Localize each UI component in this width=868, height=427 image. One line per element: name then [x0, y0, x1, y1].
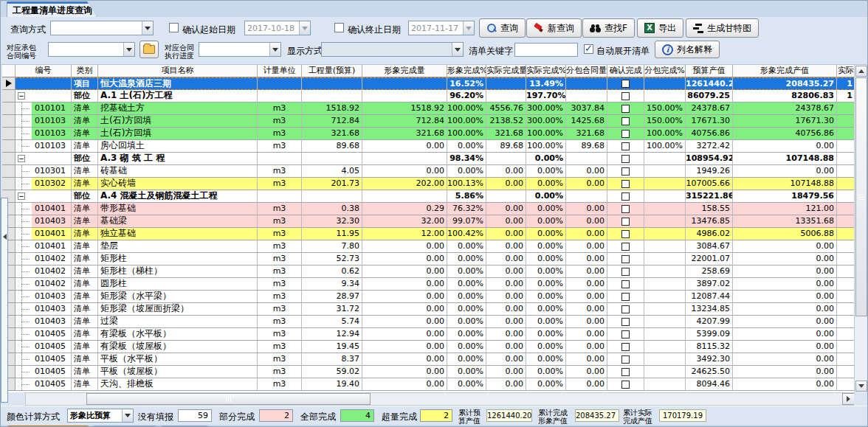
table-row-010401[interactable]: 010401清单独立基础m311.9512.00100.42%0.000.00%… — [2, 228, 855, 240]
scroll-up-button[interactable] — [855, 66, 867, 77]
chevron-down-icon[interactable] — [142, 21, 153, 35]
confirm-checkbox[interactable] — [621, 305, 630, 313]
chevron-down-icon[interactable] — [463, 21, 474, 35]
find-button[interactable]: 查找F — [582, 18, 635, 38]
horizontal-scroll-thumb[interactable] — [86, 393, 371, 405]
chevron-down-icon[interactable] — [452, 43, 463, 56]
tree-collapse-icon[interactable]: − — [18, 192, 25, 200]
column-header-4[interactable]: 计量单位 — [258, 65, 302, 77]
confirm-checkbox[interactable] — [621, 330, 630, 339]
confirm-checkbox[interactable] — [621, 243, 630, 251]
table-row-010402[interactable]: 010402清单圆形柱m39.340.000.00%0.000.00%0.003… — [2, 278, 855, 291]
search-button[interactable]: 查询 — [479, 18, 526, 38]
column-header-13[interactable]: 预算产值 — [686, 65, 733, 77]
table-row-010402[interactable]: 010402清单矩形柱m352.730.000.00%0.000.00%0.00… — [2, 253, 855, 265]
table-row-010405[interactable]: 010405清单平板（水平板）m38.370.000.00%0.000.00%0… — [2, 353, 855, 366]
column-header-14[interactable]: 形象完成产值 — [733, 65, 837, 77]
confirm-start-date[interactable]: 2017-10-18 — [244, 21, 311, 35]
confirm-end-date[interactable]: 2017-11-17 — [408, 21, 475, 35]
tree-collapse-icon[interactable]: − — [18, 92, 25, 100]
table-row-010402[interactable]: 010402清单矩形柱（梯柱）m30.620.000.00%0.000.00%0… — [2, 265, 855, 278]
confirm-checkbox[interactable] — [621, 155, 630, 163]
confirm-checkbox[interactable] — [621, 255, 630, 263]
confirm-checkbox[interactable] — [621, 280, 630, 288]
table-row-section[interactable]: −部位A.4 混凝土及钢筋混凝土工程5.86%0.00%315221.86184… — [2, 190, 855, 203]
display-mode-combobox[interactable] — [321, 42, 464, 57]
confirm-checkbox[interactable] — [621, 180, 630, 188]
tab-boq-progress-query[interactable]: 工程量清单进度查询 — [7, 1, 97, 17]
confirm-checkbox[interactable] — [621, 230, 630, 238]
column-header-10[interactable]: 分包合同量 — [566, 65, 607, 77]
column-header-1[interactable]: 编号 — [16, 65, 72, 77]
contract-progress-combobox[interactable] — [199, 42, 281, 57]
tree-collapse-icon[interactable]: − — [18, 155, 25, 162]
chevron-down-icon[interactable] — [269, 43, 280, 56]
column-header-5[interactable]: 工程量(预算) — [302, 65, 362, 77]
table-row-010103[interactable]: 010103清单土(石)方回填m3321.68321.68100.00%321.… — [2, 128, 855, 140]
table-row-010301[interactable]: 010301清单砖基础m34.050.000.00%0.000.00%0.001… — [2, 165, 855, 178]
confirm-checkbox[interactable] — [621, 192, 630, 201]
table-row-010302[interactable]: 010302清单实心砖墙m3201.73202.00100.13%0.000.0… — [2, 178, 855, 190]
table-row-010405[interactable]: 010405清单平板（坡屋板）m359.020.000.00%0.000.00%… — [2, 366, 855, 378]
confirm-checkbox[interactable] — [621, 368, 630, 376]
table-row-010405[interactable]: 010405清单天沟、排檐板m319.400.000.00%0.000.00%0… — [2, 378, 855, 391]
table-row-010401[interactable]: 010401清单带形基础m30.380.2976.32%0.000.00%0.0… — [2, 203, 855, 215]
confirm-checkbox[interactable] — [621, 355, 630, 364]
scroll-down-button[interactable] — [855, 381, 867, 392]
column-header-12[interactable]: 分包完成% — [644, 65, 686, 77]
chevron-down-icon[interactable] — [123, 43, 134, 56]
confirm-checkbox[interactable] — [621, 268, 630, 276]
confirm-checkbox[interactable] — [621, 381, 630, 389]
table-row-010401[interactable]: 010401清单垫层m37.800.000.00%0.000.00%0.0030… — [2, 240, 855, 253]
chevron-down-icon[interactable] — [299, 21, 310, 35]
confirm-checkbox[interactable] — [621, 142, 630, 150]
confirm-checkbox[interactable] — [621, 293, 630, 301]
column-header-2[interactable]: 类别 — [72, 65, 98, 77]
table-row-section[interactable]: −部位A.3 砌 筑 工 程98.34%0.00%108954.92107148… — [2, 153, 855, 165]
vertical-scroll-thumb[interactable] — [855, 77, 867, 316]
confirm-checkbox[interactable] — [621, 130, 630, 138]
table-row-010403[interactable]: 010403清单过梁m35.740.000.00%0.000.00%0.0042… — [2, 316, 855, 328]
export-button[interactable]: X 导出 — [637, 18, 683, 38]
generate-gantt-button[interactable]: 生成甘特图 — [686, 18, 759, 38]
left-panel-splitter[interactable] — [1, 198, 8, 403]
confirm-checkbox[interactable] — [621, 205, 630, 213]
confirm-checkbox[interactable] — [621, 218, 630, 226]
table-row-010403[interactable]: 010403清单矩形梁（水平梁）m328.970.000.00%0.000.00… — [2, 291, 855, 303]
horizontal-scroll-track[interactable] — [25, 392, 855, 406]
column-header-6[interactable]: 形象完成量 — [362, 65, 447, 77]
column-header-11[interactable]: 确认完成 — [607, 65, 644, 77]
color-mode-combobox[interactable]: 形象比预算 — [67, 409, 134, 423]
contract-no-combobox[interactable] — [48, 42, 135, 57]
column-help-button[interactable]: i 列名解释 — [655, 41, 720, 58]
confirm-checkbox[interactable] — [621, 318, 630, 326]
auto-expand-checkbox[interactable] — [584, 44, 593, 54]
table-row-010101[interactable]: 010101清单挖基础土方m31518.921518.92100.00%4556… — [2, 103, 855, 115]
vertical-scrollbar[interactable] — [854, 65, 867, 392]
open-folder-button[interactable] — [140, 41, 159, 58]
column-header-3[interactable]: 项目名称 — [98, 65, 258, 77]
table-row-010405[interactable]: 010405清单有梁板（水平板）m312.940.000.00%0.000.00… — [2, 328, 855, 341]
confirm-checkbox[interactable] — [621, 80, 630, 88]
confirm-checkbox[interactable] — [621, 117, 630, 125]
confirm-checkbox[interactable] — [621, 343, 630, 351]
column-header-8[interactable]: 实际完成量 — [486, 65, 526, 77]
confirm-end-checkbox[interactable] — [334, 23, 344, 32]
confirm-checkbox[interactable] — [621, 167, 630, 176]
confirm-checkbox[interactable] — [621, 105, 630, 113]
chevron-down-icon[interactable] — [122, 409, 133, 422]
table-row-010403[interactable]: 010403清单基础梁m332.3032.0099.07%0.000.00%0.… — [2, 215, 855, 228]
new-search-button[interactable]: 新查询 — [526, 18, 582, 38]
table-row-section[interactable]: −部位A.1 土(石)方工程96.20%197.70%86079.2582806… — [2, 90, 855, 103]
column-header-15[interactable]: 实际 — [837, 65, 855, 77]
table-row-project[interactable]: 项目恒大温泉酒店三期16.52%13.49%1261440.2208435.27… — [2, 77, 855, 90]
table-row-010403[interactable]: 010403清单矩形梁（坡屋面折梁）m331.720.000.00%0.000.… — [2, 303, 855, 316]
column-header-9[interactable]: 实际完成% — [526, 65, 566, 77]
table-row-010103[interactable]: 010103清单房心回填土m389.680.000.00%89.68100.00… — [2, 140, 855, 153]
confirm-start-checkbox[interactable] — [169, 23, 179, 32]
query-mode-combobox[interactable] — [50, 21, 154, 35]
table-row-010103[interactable]: 010103清单土(石)方回填m3712.84712.84100.00%2138… — [2, 115, 855, 128]
column-header-7[interactable]: 形象完成% — [447, 65, 486, 77]
scroll-right-button[interactable] — [842, 393, 855, 405]
keyword-input[interactable] — [514, 43, 578, 57]
